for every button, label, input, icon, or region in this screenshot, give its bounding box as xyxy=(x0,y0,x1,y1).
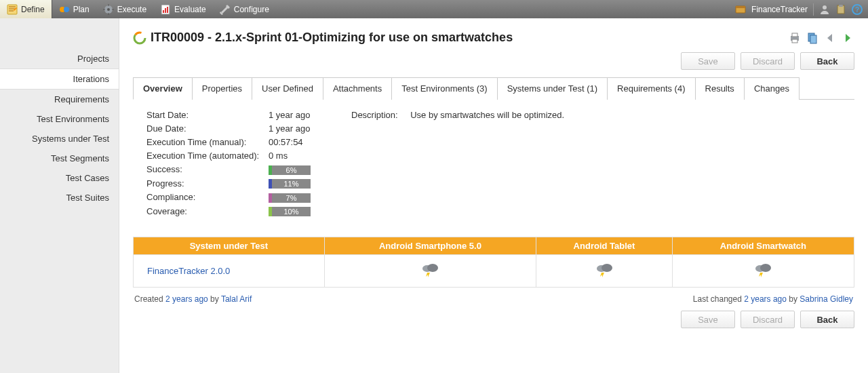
meta-row: Created 2 years ago by Talal Arif Last c… xyxy=(133,294,854,304)
changed-by-link[interactable]: Sabrina Gidley xyxy=(800,294,853,304)
menu-execute[interactable]: Execute xyxy=(96,0,153,18)
tab-requirements[interactable]: Requirements (4) xyxy=(607,77,695,100)
tab-overview[interactable]: Overview xyxy=(133,77,193,100)
storm-icon xyxy=(420,262,439,278)
table-row: FinanceTracker 2.0.0 xyxy=(134,255,854,288)
tab-results[interactable]: Results xyxy=(695,77,745,100)
svg-point-4 xyxy=(107,8,110,11)
sut-link[interactable]: FinanceTracker 2.0.0 xyxy=(147,266,230,276)
success-label: Success: xyxy=(146,164,269,174)
svg-point-30 xyxy=(601,264,612,272)
svg-rect-24 xyxy=(792,39,797,43)
tab-systems-under-test[interactable]: Systems under Test (1) xyxy=(497,77,608,100)
sut-table: System under Test Android Smartphone 5.0… xyxy=(133,237,854,288)
created-time-link[interactable]: 2 years ago xyxy=(165,294,208,304)
svg-point-28 xyxy=(427,264,438,272)
exec-auto-label: Execution Time (automated): xyxy=(146,151,269,161)
print-icon[interactable] xyxy=(788,31,802,45)
configure-icon xyxy=(220,4,231,15)
action-buttons-top: Save Discard Back xyxy=(133,48,854,77)
svg-rect-17 xyxy=(839,5,843,7)
tab-attachments[interactable]: Attachments xyxy=(323,77,392,100)
progress-bar: 11% xyxy=(269,179,311,189)
evaluate-icon xyxy=(160,4,171,15)
exec-auto-value: 0 ms xyxy=(269,151,311,161)
discard-button-bottom[interactable]: Discard xyxy=(741,311,795,328)
back-button-bottom[interactable]: Back xyxy=(800,311,854,328)
clipboard-icon[interactable] xyxy=(835,4,846,15)
nav-prev-icon[interactable] xyxy=(823,31,837,45)
svg-point-32 xyxy=(760,264,771,272)
tab-changes[interactable]: Changes xyxy=(744,77,800,100)
progress-label: Progress: xyxy=(146,178,269,189)
menu-define[interactable]: Define xyxy=(0,0,52,18)
project-icon xyxy=(735,4,746,15)
project-name[interactable]: FinanceTracker xyxy=(751,5,808,14)
sidebar-item-systems-under-test[interactable]: Systems under Test xyxy=(0,129,119,149)
menu-plan[interactable]: Plan xyxy=(52,0,96,18)
discard-button[interactable]: Discard xyxy=(741,52,795,70)
overview-panel: Start Date: 1 year ago Due Date: 1 year … xyxy=(133,100,854,223)
tab-test-environments[interactable]: Test Environments (3) xyxy=(391,77,497,100)
sut-header-col1: Android Smartphone 5.0 xyxy=(324,237,536,255)
tab-properties[interactable]: Properties xyxy=(192,77,252,100)
user-icon[interactable] xyxy=(819,4,830,15)
svg-text:?: ? xyxy=(855,6,859,14)
svg-rect-11 xyxy=(165,8,166,13)
menu-label: Define xyxy=(21,5,45,14)
svg-rect-12 xyxy=(167,7,168,13)
top-menubar: Define Plan Execute Evaluate Configure F… xyxy=(0,0,868,18)
description-value: Use by smartwatches will be optimized. xyxy=(410,110,564,120)
svg-rect-26 xyxy=(810,35,816,43)
changed-meta: Last changed 2 years ago by Sabrina Gidl… xyxy=(693,294,853,304)
action-buttons-bottom: Save Discard Back xyxy=(133,304,854,335)
exec-manual-value: 00:57:54 xyxy=(269,137,311,147)
copy-icon[interactable] xyxy=(806,31,819,45)
success-bar: 6% xyxy=(269,165,311,175)
iteration-icon xyxy=(133,31,146,45)
nav-next-icon[interactable] xyxy=(841,31,854,45)
sidebar: Projects Iterations Requirements Test En… xyxy=(0,18,119,373)
sut-header-col3: Android Smartwatch xyxy=(672,237,854,255)
menu-label: Plan xyxy=(73,5,90,14)
save-button-bottom[interactable]: Save xyxy=(681,311,735,328)
coverage-bar: 10% xyxy=(269,207,311,216)
menu-configure[interactable]: Configure xyxy=(213,0,276,18)
description-block: Description: Use by smartwatches will be… xyxy=(351,110,564,216)
svg-point-15 xyxy=(823,5,827,9)
created-meta: Created 2 years ago by Talal Arif xyxy=(134,294,252,304)
menu-label: Evaluate xyxy=(174,5,206,14)
due-date-value: 1 year ago xyxy=(269,123,311,134)
menu-label: Execute xyxy=(117,5,146,14)
changed-time-link[interactable]: 2 years ago xyxy=(744,294,787,304)
created-by-link[interactable]: Talal Arif xyxy=(221,294,252,304)
tabs: Overview Properties User Defined Attachm… xyxy=(133,77,854,100)
description-label: Description: xyxy=(351,110,406,120)
content-area: ITR00009 - 2.1.x-Sprint 01-Optimizing fo… xyxy=(119,18,868,373)
sut-header-col2: Android Tablet xyxy=(536,237,673,255)
sut-header-system: System under Test xyxy=(134,237,325,255)
svg-rect-10 xyxy=(163,10,164,13)
svg-point-2 xyxy=(64,7,69,12)
page-title: ITR00009 - 2.1.x-Sprint 01-Optimizing fo… xyxy=(151,31,513,45)
exec-manual-label: Execution Time (manual): xyxy=(146,137,269,147)
menu-evaluate[interactable]: Evaluate xyxy=(153,0,213,18)
svg-rect-23 xyxy=(792,33,797,37)
storm-icon xyxy=(595,262,614,278)
compliance-bar: 7% xyxy=(269,193,311,203)
tab-user-defined[interactable]: User Defined xyxy=(252,77,323,100)
sidebar-item-iterations[interactable]: Iterations xyxy=(0,68,119,90)
sidebar-item-test-cases[interactable]: Test Cases xyxy=(0,168,119,188)
back-button[interactable]: Back xyxy=(800,52,854,70)
storm-icon xyxy=(753,262,772,278)
execute-icon xyxy=(103,4,114,15)
sidebar-item-test-suites[interactable]: Test Suites xyxy=(0,188,119,208)
compliance-label: Compliance: xyxy=(146,192,269,202)
sidebar-item-test-environments[interactable]: Test Environments xyxy=(0,109,119,129)
topbar-right: FinanceTracker ? xyxy=(735,3,868,16)
help-icon[interactable]: ? xyxy=(852,4,863,15)
sidebar-item-test-segments[interactable]: Test Segments xyxy=(0,149,119,168)
save-button[interactable]: Save xyxy=(681,52,735,70)
sidebar-item-projects[interactable]: Projects xyxy=(0,49,119,68)
sidebar-item-requirements[interactable]: Requirements xyxy=(0,90,119,109)
